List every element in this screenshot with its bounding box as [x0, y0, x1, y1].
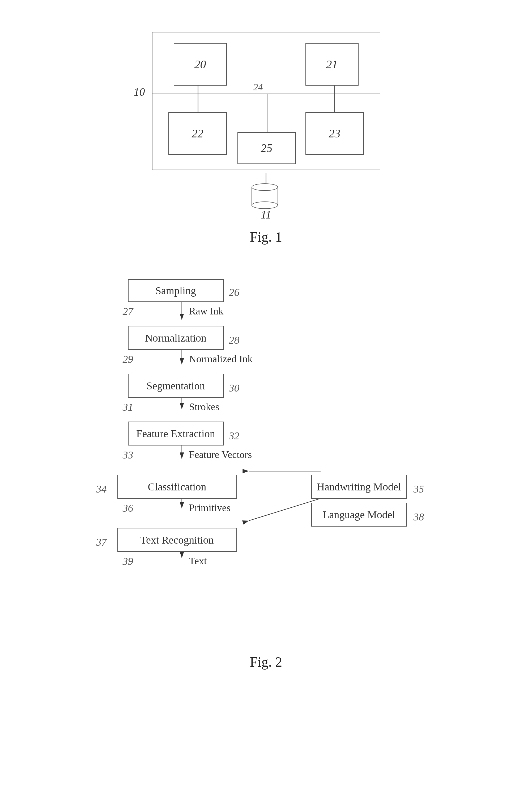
language-model-box: Language Model — [311, 503, 407, 527]
fig1-node-23: 23 — [305, 112, 364, 155]
cylinder — [251, 183, 281, 206]
label-26: 26 — [229, 286, 240, 298]
page-container: 10 20 21 24 22 — [0, 0, 532, 803]
feature-vectors-label: Feature Vectors — [189, 449, 252, 460]
fig1-outer-box: 10 20 21 24 22 — [152, 32, 380, 170]
fig1-node-21: 21 — [305, 43, 359, 86]
label-39: 39 — [123, 555, 133, 567]
fig1-bus-line — [152, 94, 380, 94]
strokes-label: Strokes — [189, 401, 220, 413]
fig1-db: 11 — [147, 173, 386, 221]
label-33: 33 — [123, 449, 133, 461]
classification-box: Classification — [117, 475, 237, 499]
fig1-node-20: 20 — [174, 43, 227, 86]
fig1-container: 10 20 21 24 22 — [147, 32, 386, 245]
fig2-caption: Fig. 2 — [107, 654, 425, 670]
normalized-ink-label: Normalized Ink — [189, 353, 253, 365]
label-38: 38 — [414, 511, 424, 523]
db-label: 11 — [261, 208, 271, 221]
svg-line-9 — [249, 498, 321, 521]
text-output-label: Text — [189, 555, 207, 567]
handwriting-model-box: Handwriting Model — [311, 475, 407, 499]
fig1-bus-line-v1 — [197, 86, 198, 95]
label-27: 27 — [123, 305, 133, 318]
feature-extraction-box: Feature Extraction — [128, 422, 224, 445]
fig1-label-10: 10 — [134, 86, 145, 98]
fig1-caption: Fig. 1 — [147, 229, 386, 245]
fig1-node-25: 25 — [238, 132, 296, 164]
segmentation-box: Segmentation — [128, 374, 224, 398]
cylinder-top — [251, 183, 278, 191]
label-28: 28 — [229, 334, 240, 346]
fig1-label-24: 24 — [253, 81, 263, 93]
sampling-box: Sampling — [128, 279, 224, 302]
cylinder-bottom-ellipse — [251, 201, 278, 209]
label-37: 37 — [96, 536, 107, 548]
raw-ink-label: Raw Ink — [189, 305, 224, 317]
primitives-label: Primitives — [189, 502, 230, 513]
label-34: 34 — [96, 483, 107, 495]
fig1-bus-line-v3 — [197, 94, 198, 113]
label-35: 35 — [414, 483, 424, 495]
fig1-db-line — [266, 173, 266, 183]
normalization-box: Normalization — [128, 326, 224, 350]
text-recognition-box: Text Recognition — [117, 528, 237, 552]
label-29: 29 — [123, 353, 133, 365]
fig2-container: Sampling 26 27 Raw Ink Normalization 28 … — [107, 271, 425, 670]
fig1-node-22: 22 — [168, 112, 227, 155]
fig1-bus-line-v2 — [334, 86, 335, 95]
flowchart: Sampling 26 27 Raw Ink Normalization 28 … — [107, 271, 425, 643]
label-31: 31 — [123, 401, 133, 413]
label-30: 30 — [229, 382, 240, 394]
label-32: 32 — [229, 430, 240, 442]
label-36: 36 — [123, 502, 133, 514]
fig1-bus-line-v4 — [334, 94, 335, 113]
fig1-bus-line-v5 — [267, 94, 267, 133]
